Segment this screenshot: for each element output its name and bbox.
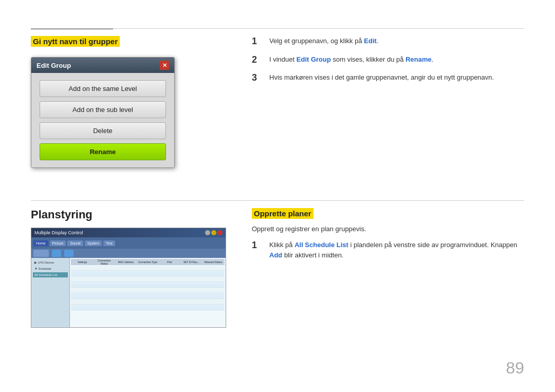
mock-th-selected: Selected Status [203,260,224,264]
opprette-heading: Opprette planer [252,208,313,219]
opprette-step-1-text: Klikk på All Schedule List i plandelen p… [269,240,524,260]
page-container: Gi nytt navn til grupper Edit Group ✕ Ad… [0,0,555,392]
mock-tab-system: System [85,240,102,246]
rename-button[interactable]: Rename [40,143,166,160]
step-1-text: Velg et gruppenavn, og klikk på Edit. [269,36,524,46]
opprette-step-1-number: 1 [252,240,266,251]
section1-steps: 1 Velg et gruppenavn, og klikk på Edit. … [252,36,524,91]
mock-icon-btn-1 [33,250,49,257]
mock-maximize [211,230,216,235]
mock-th-port: Port [159,260,180,264]
opprette-step-1: 1 Klikk på All Schedule List i plandelen… [252,240,524,260]
dialog-body: Add on the same Level Add on the sub lev… [31,73,174,167]
mock-table-header: Settings Connection Status MAC Address C… [71,259,225,265]
step-2-number: 2 [252,54,266,66]
dialog-title: Edit Group [36,62,71,69]
mock-row-6 [71,294,225,299]
edit-link-1: Edit [364,37,377,45]
section-planstyring: Planstyring Multiple Display Control Hom… [31,208,236,328]
top-rule [31,28,524,29]
mock-subtoolbar [31,249,226,258]
mock-row-5 [71,288,225,293]
step-2: 2 I vinduet Edit Group som vises, klikke… [252,54,524,66]
mock-row-2 [71,271,225,276]
add-link: Add [269,251,282,259]
all-schedule-list-link: All Schedule List [294,241,348,249]
mock-row-3 [71,277,225,282]
section-gi-nytt-navn: Gi nytt navn til grupper Edit Group ✕ Ad… [31,36,236,168]
step-list: 1 Velg et gruppenavn, og klikk på Edit. … [252,36,524,84]
mock-icon-btn-2 [52,250,61,257]
mock-title-text: Multiple Display Control [34,230,83,235]
add-same-level-button[interactable]: Add on the same Level [40,80,166,97]
mock-close [217,230,223,235]
dialog-close-button[interactable]: ✕ [160,61,169,70]
mock-titlebar: Multiple Display Control [31,228,226,237]
add-sub-level-button[interactable]: Add on the sub level [40,101,166,118]
mock-th-set: SET ID Ran... [181,260,201,264]
opprette-step-list: 1 Klikk på All Schedule List i plandelen… [252,240,524,260]
mock-tab-home: Home [33,240,48,246]
dialog-titlebar: Edit Group ✕ [31,58,174,73]
step-3-number: 3 [252,72,266,84]
mock-th-settings: Settings [72,260,92,264]
mock-main-area: Settings Connection Status MAC Address C… [70,258,226,327]
mock-th-conntype: Connection Type [137,260,158,264]
edit-group-dialog: Edit Group ✕ Add on the same Level Add o… [31,57,175,168]
mock-minimize [205,230,210,235]
step-3: 3 Hvis markøren vises i det gamle gruppe… [252,72,524,84]
mock-row-1 [71,266,225,271]
rename-link: Rename [405,55,432,63]
edit-group-link: Edit Group [297,55,331,63]
mock-row-8 [71,305,225,310]
mock-controls [205,230,223,235]
mock-tab-picture: Picture [50,240,66,246]
mock-sidebar: ▶ LFD Device ▼ Schedule All Schedule Lis… [31,258,70,327]
mock-icon-btn-3 [64,250,73,257]
mock-tab-sound: Sound [67,240,83,246]
mock-all-schedule-list: All Schedule List [33,272,68,277]
mock-tabbar: Home Picture Sound System Tool [31,237,226,249]
section1-heading: Gi nytt navn til grupper [31,36,120,47]
mock-schedule: ▼ Schedule [33,266,68,271]
step-2-text: I vinduet Edit Group som vises, klikker … [269,54,524,65]
mid-rule [31,200,524,201]
mock-th-status: Connection Status [94,259,114,265]
opprette-intro: Opprett og registrer en plan gruppevis. [252,225,524,233]
planstyring-heading: Planstyring [31,208,236,221]
mock-lfd-device: ▶ LFD Device [33,259,68,265]
mock-th-mac: MAC Address [116,260,136,264]
mock-row-4 [71,283,225,288]
step-3-text: Hvis markøren vises i det gamle gruppena… [269,72,524,83]
mock-tab-tool: Tool [103,240,115,246]
step-1-number: 1 [252,36,266,47]
page-number: 89 [506,359,524,378]
step-1: 1 Velg et gruppenavn, og klikk på Edit. [252,36,524,47]
delete-button[interactable]: Delete [40,122,166,139]
section-opprette-planer: Opprette planer Opprett og registrer en … [252,208,524,267]
mock-row-7 [71,300,225,305]
planstyring-screenshot: Multiple Display Control Home Picture So… [31,228,226,328]
mock-content: ▶ LFD Device ▼ Schedule All Schedule Lis… [31,258,226,327]
